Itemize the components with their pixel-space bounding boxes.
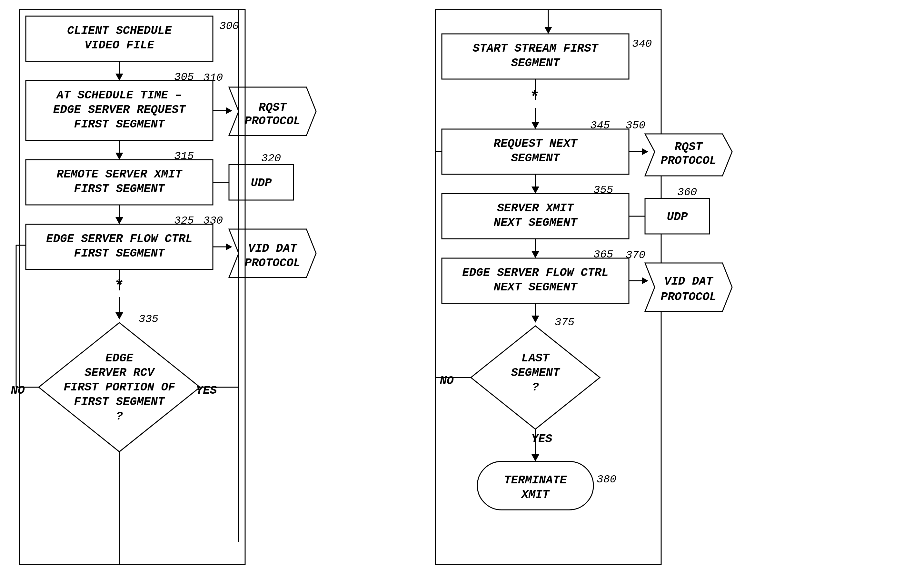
node-335-text5: ?: [116, 410, 123, 423]
ref-325: 325: [174, 214, 194, 227]
node-300-text2: VIDEO FILE: [84, 39, 154, 52]
ref-355: 355: [593, 184, 613, 196]
node-305-text2: EDGE SERVER REQUEST: [53, 103, 186, 116]
arrow-305-315: [116, 152, 123, 160]
label-yes-right: YES: [531, 432, 553, 446]
ref-335: 335: [139, 313, 158, 325]
node-325-text2: FIRST SEGMENT: [74, 247, 165, 260]
node-345-text2: SEGMENT: [511, 152, 561, 165]
node-355-text1: SERVER XMIT: [497, 202, 574, 215]
ref-320: 320: [261, 152, 281, 165]
arrow-305-310: [226, 107, 232, 114]
node-320-text: UDP: [251, 176, 272, 190]
node-365-text2: NEXT SEGMENT: [493, 281, 578, 294]
node-380-text1: TERMINATE: [504, 474, 567, 487]
arrow-315-325: [116, 217, 123, 224]
ref-345: 345: [590, 119, 610, 132]
node-355-text2: NEXT SEGMENT: [493, 216, 578, 229]
ref-315: 315: [174, 150, 194, 162]
arrow-325-330: [226, 243, 232, 250]
node-335-text2: SERVER RCV: [84, 366, 155, 380]
ref-305: 305: [174, 71, 194, 83]
ref-340: 340: [632, 38, 652, 50]
ref-310: 310: [203, 71, 223, 84]
node-325-text1: EDGE SERVER FLOW CTRL: [46, 232, 193, 246]
node-375-text1: LAST: [521, 352, 550, 365]
arrow-top-right: [544, 27, 552, 34]
node-365-text1: EDGE SERVER FLOW CTRL: [462, 266, 609, 280]
node-380-text2: XMIT: [521, 488, 550, 502]
node-340-text2: SEGMENT: [511, 56, 561, 70]
node-310-text1: RQST: [259, 101, 287, 114]
node-335-text3: FIRST PORTION OF: [63, 381, 176, 394]
arrow-345-355: [531, 186, 539, 194]
arrow-355-365: [531, 251, 539, 258]
node-370-text2: PROTOCOL: [661, 291, 716, 303]
label-no-right: NO: [440, 374, 454, 388]
ref-375: 375: [555, 316, 574, 329]
node-375-text2: SEGMENT: [511, 366, 561, 380]
arrow-365-375: [531, 316, 539, 322]
node-310-text2: PROTOCOL: [245, 114, 301, 128]
arrow-340-345: [531, 122, 539, 129]
arrow-365-370: [642, 277, 648, 284]
node-375-text3: ?: [532, 381, 539, 394]
ref-365: 365: [593, 248, 613, 261]
node-335-text4: FIRST SEGMENT: [74, 395, 165, 408]
node-305-text3: FIRST SEGMENT: [74, 118, 165, 131]
node-360-text: UDP: [667, 210, 688, 224]
flowchart-diagram: CLIENT SCHEDULE VIDEO FILE 300 AT SCHEDU…: [0, 0, 924, 575]
node-340-text1: START STREAM FIRST: [473, 42, 599, 55]
arrow-375-380: [531, 454, 539, 461]
node-350-text1: RQST: [675, 140, 704, 154]
node-350-text2: PROTOCOL: [661, 154, 716, 167]
label-no-left: NO: [11, 384, 25, 397]
node-335-text1: EDGE: [105, 352, 134, 365]
ref-300: 300: [219, 20, 239, 32]
node-305-text1: AT SCHEDULE TIME –: [56, 89, 182, 102]
node-330-text2: PROTOCOL: [245, 257, 301, 270]
ref-370: 370: [626, 249, 645, 261]
asterisk-right: *: [530, 88, 540, 106]
node-345-text1: REQUEST NEXT: [493, 137, 578, 150]
ref-330: 330: [203, 214, 223, 227]
asterisk-left: *: [114, 277, 124, 295]
ref-360: 360: [677, 186, 697, 199]
node-315-text1: REMOTE SERVER XMIT: [57, 168, 183, 181]
ref-350: 350: [626, 119, 645, 132]
arrow-to-diamond: [116, 312, 123, 319]
node-330-text1: VID DAT: [248, 242, 298, 255]
arrow-300-305: [116, 73, 123, 81]
label-yes-left: YES: [196, 384, 217, 397]
node-315-text2: FIRST SEGMENT: [74, 182, 165, 195]
arrow-345-350: [642, 148, 648, 155]
ref-380: 380: [597, 473, 617, 486]
node-370-text1: VID DAT: [664, 275, 714, 288]
node-300-text: CLIENT SCHEDULE: [67, 24, 172, 37]
